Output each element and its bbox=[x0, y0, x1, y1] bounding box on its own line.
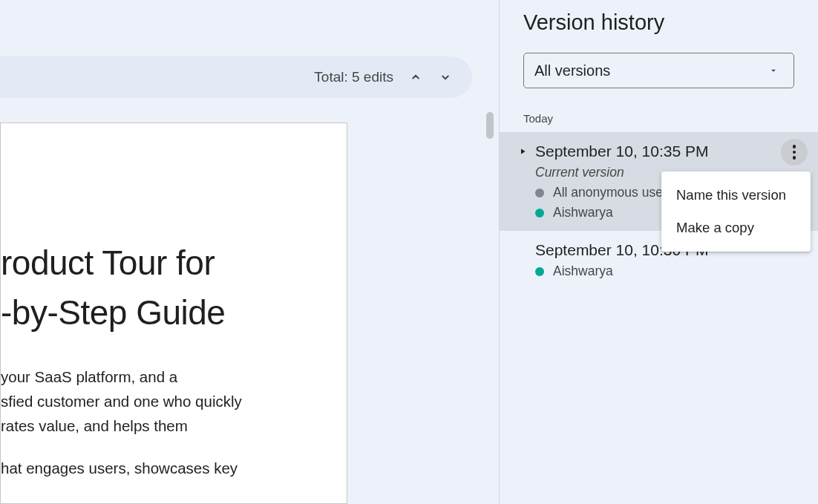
version-context-menu: Name this version Make a copy bbox=[661, 171, 811, 252]
prev-edit-button[interactable] bbox=[404, 65, 428, 89]
version-filter-select[interactable]: All versions bbox=[523, 53, 794, 88]
more-vert-icon bbox=[793, 145, 796, 160]
triangle-right-icon bbox=[518, 147, 527, 156]
editor-name: Aishwarya bbox=[553, 205, 613, 220]
chevron-down-icon bbox=[439, 71, 452, 84]
editor-color-dot bbox=[535, 209, 544, 217]
next-edit-button[interactable] bbox=[433, 65, 457, 89]
document-title: roduct Tour for -by-Step Guide bbox=[1, 238, 347, 337]
edits-bar: Total: 5 edits bbox=[0, 56, 472, 98]
version-header: September 10, 10:35 PM bbox=[517, 143, 805, 160]
make-copy-menuitem[interactable]: Make a copy bbox=[661, 212, 811, 244]
document-body: your SaaS platform, and a sfied customer… bbox=[1, 365, 347, 480]
editor-name: All anonymous users bbox=[553, 185, 673, 200]
sidebar-title: Version history bbox=[500, 0, 818, 35]
dropdown-arrow-icon bbox=[768, 65, 779, 76]
name-version-menuitem[interactable]: Name this version bbox=[661, 179, 811, 212]
document-page[interactable]: roduct Tour for -by-Step Guide your SaaS… bbox=[0, 122, 347, 504]
version-timestamp: September 10, 10:35 PM bbox=[535, 143, 708, 160]
section-label-today: Today bbox=[500, 88, 818, 132]
chevron-up-icon bbox=[409, 71, 422, 84]
editor-row: Aishwarya bbox=[535, 264, 805, 279]
editor-color-dot bbox=[535, 267, 544, 276]
expand-icon[interactable] bbox=[517, 147, 528, 156]
edits-total-text: Total: 5 edits bbox=[314, 69, 393, 85]
main-document-area: Total: 5 edits roduct Tour for -by-Step … bbox=[0, 0, 499, 504]
version-history-sidebar: Version history All versions Today Septe… bbox=[499, 0, 818, 504]
version-actions-button[interactable] bbox=[781, 139, 808, 166]
editor-color-dot bbox=[535, 189, 544, 197]
scroll-indicator[interactable] bbox=[486, 112, 494, 139]
version-filter-label: All versions bbox=[534, 62, 610, 79]
editor-name: Aishwarya bbox=[553, 264, 613, 279]
